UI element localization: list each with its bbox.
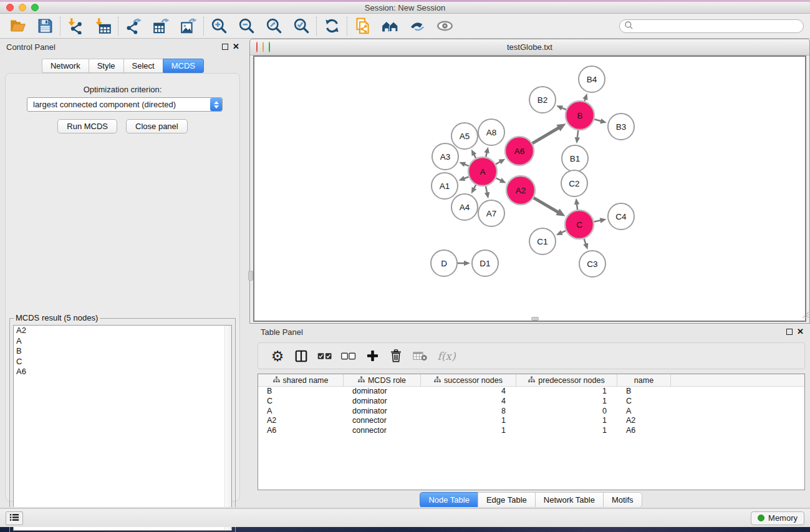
export-image-icon[interactable] xyxy=(175,16,202,37)
table-row[interactable]: Adominator80A xyxy=(258,407,804,417)
table-cell[interactable]: A6 xyxy=(617,426,671,436)
zoom-out-icon[interactable] xyxy=(233,16,260,37)
duplicate-network-icon[interactable] xyxy=(349,16,376,37)
resize-grip-icon[interactable] xyxy=(802,311,809,321)
table-header-row[interactable]: shared nameMCDS rolesuccessor nodesprede… xyxy=(258,374,804,387)
graph-edge[interactable] xyxy=(534,198,559,213)
graph-edge[interactable] xyxy=(533,127,560,143)
table-cell[interactable]: dominator xyxy=(344,387,421,397)
table-cell[interactable]: 1 xyxy=(421,426,516,436)
mcds-result-item[interactable]: A6 xyxy=(14,367,231,377)
tab-select[interactable]: Select xyxy=(123,59,163,73)
export-table-icon[interactable] xyxy=(147,16,175,37)
memory-button[interactable]: Memory xyxy=(751,511,804,525)
table-cell[interactable]: connector xyxy=(344,416,421,426)
minimize-network-window-icon[interactable] xyxy=(263,42,264,52)
network-canvas[interactable]: B4B2BB3A5A8A6A3B1AA1C2A2A4A7C4CC1C3DD1 xyxy=(253,56,806,322)
close-panel-button[interactable]: Close panel xyxy=(126,119,188,133)
mcds-result-item[interactable]: B xyxy=(14,346,231,357)
table-row[interactable]: A6connector11A6 xyxy=(258,426,804,436)
tab-mcds[interactable]: MCDS xyxy=(163,59,204,73)
delete-column-icon[interactable] xyxy=(384,346,408,367)
canvas-vscroll-thumb[interactable] xyxy=(248,271,253,281)
open-session-icon[interactable] xyxy=(4,16,31,37)
tab-motifs[interactable]: Motifs xyxy=(603,492,642,508)
export-network-icon[interactable] xyxy=(120,16,147,37)
home-view-icon[interactable] xyxy=(376,16,403,37)
add-column-icon[interactable] xyxy=(360,346,384,367)
column-header[interactable]: predecessor nodes xyxy=(516,374,617,387)
tab-network[interactable]: Network xyxy=(42,59,89,73)
criterion-select[interactable]: largest connected component (directed) xyxy=(27,97,223,112)
table-cell[interactable]: A xyxy=(258,407,344,417)
table-cell[interactable]: dominator xyxy=(344,407,421,417)
table-cell[interactable]: 1 xyxy=(516,416,617,426)
mcds-result-item[interactable]: A xyxy=(14,336,231,347)
search-box[interactable] xyxy=(619,19,804,33)
table-cell[interactable]: A2 xyxy=(617,416,671,426)
table-cell[interactable]: C xyxy=(258,397,344,407)
task-history-button[interactable] xyxy=(6,511,23,525)
hide-panels-icon[interactable] xyxy=(403,16,431,37)
close-table-panel-icon[interactable]: ✕ xyxy=(797,329,804,335)
close-panel-icon[interactable]: ✕ xyxy=(233,44,239,50)
table-cell[interactable]: 4 xyxy=(421,397,516,407)
split-panel-icon[interactable] xyxy=(289,346,313,367)
table-cell[interactable]: B xyxy=(617,387,671,397)
zoom-selected-icon[interactable] xyxy=(287,16,315,37)
table-cell[interactable]: A xyxy=(617,407,671,417)
deselect-all-icon[interactable] xyxy=(337,346,360,367)
tab-node-table[interactable]: Node Table xyxy=(420,492,478,508)
close-network-window-icon[interactable] xyxy=(256,42,258,52)
table-body: Bdominator41BCdominator41CAdominator80AA… xyxy=(258,387,804,436)
zoom-fit-icon[interactable] xyxy=(260,16,287,37)
delete-table-icon[interactable] xyxy=(408,346,432,367)
column-header[interactable]: shared name xyxy=(258,374,344,387)
toolbar-separator xyxy=(203,17,204,36)
table-cell[interactable]: 8 xyxy=(421,407,516,417)
mcds-result-item[interactable]: A2 xyxy=(14,326,231,336)
float-table-panel-icon[interactable] xyxy=(786,329,793,335)
table-cell[interactable]: 1 xyxy=(421,416,516,426)
table-cell[interactable]: 1 xyxy=(516,387,617,397)
maximize-network-window-icon[interactable] xyxy=(269,42,270,52)
table-row[interactable]: Cdominator41C xyxy=(258,397,804,407)
mcds-result-item[interactable]: C xyxy=(14,357,231,367)
import-network-icon[interactable] xyxy=(62,16,89,37)
node-table[interactable]: shared nameMCDS rolesuccessor nodesprede… xyxy=(258,374,805,490)
table-cell[interactable]: C xyxy=(617,397,671,407)
table-cell[interactable]: B xyxy=(258,387,344,397)
table-row[interactable]: Bdominator41B xyxy=(258,387,804,397)
table-cell[interactable]: 1 xyxy=(516,426,617,436)
column-header[interactable]: MCDS role xyxy=(344,374,421,387)
result-scrollbar[interactable] xyxy=(224,326,231,530)
zoom-in-icon[interactable] xyxy=(205,16,233,37)
table-cell[interactable]: dominator xyxy=(344,397,421,407)
table-cell[interactable]: 4 xyxy=(421,387,516,397)
show-eye-icon[interactable] xyxy=(431,16,458,37)
table-cell[interactable]: A6 xyxy=(258,426,344,436)
table-cell[interactable]: 0 xyxy=(516,407,617,417)
table-cell[interactable]: A2 xyxy=(258,416,344,426)
mcds-result-list[interactable]: A2ABCA6 xyxy=(13,325,232,531)
canvas-hscroll-thumb[interactable] xyxy=(531,317,539,321)
run-mcds-button[interactable]: Run MCDS xyxy=(57,119,117,133)
settings-gear-icon[interactable]: ⚙ xyxy=(266,346,289,367)
refresh-icon[interactable] xyxy=(318,16,345,37)
column-header[interactable]: name xyxy=(617,374,671,387)
table-cell[interactable]: connector xyxy=(344,426,421,436)
apply-function-icon[interactable]: f(x) xyxy=(432,346,461,367)
save-session-icon[interactable] xyxy=(31,16,59,37)
float-panel-icon[interactable] xyxy=(222,44,228,50)
graph-edge[interactable] xyxy=(577,130,579,138)
import-table-icon[interactable] xyxy=(89,16,117,37)
search-input[interactable] xyxy=(634,21,803,32)
tab-network-table[interactable]: Network Table xyxy=(535,492,603,508)
graph-node-label: A7 xyxy=(486,209,497,218)
column-header[interactable]: successor nodes xyxy=(421,374,516,387)
select-all-icon[interactable] xyxy=(313,346,337,367)
table-cell[interactable]: 1 xyxy=(516,397,617,407)
tab-edge-table[interactable]: Edge Table xyxy=(478,492,535,508)
tab-style[interactable]: Style xyxy=(89,59,123,73)
table-row[interactable]: A2connector11A2 xyxy=(258,416,804,426)
